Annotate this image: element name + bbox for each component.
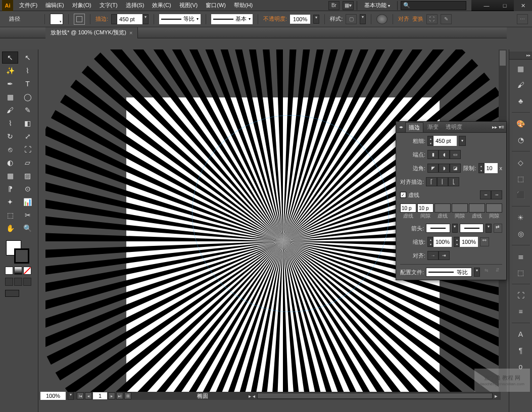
prev-artboard-button[interactable]: ◂ <box>85 392 92 399</box>
recolor-button[interactable] <box>376 14 388 24</box>
panel-icon-graphic-styles[interactable]: ◎ <box>514 227 528 241</box>
brush-combo[interactable]: 基本▾ <box>211 14 253 24</box>
ellipse-tool[interactable]: ◯ <box>20 91 36 103</box>
color-mode-solid[interactable] <box>5 267 13 275</box>
draw-behind[interactable] <box>14 278 22 286</box>
corner-buttons[interactable]: ◤◗◪ <box>427 164 461 173</box>
gradient-tool[interactable]: ▨ <box>20 170 36 182</box>
panel-icon-character[interactable]: A <box>514 327 528 341</box>
arrange-button[interactable]: ▦▾ <box>343 1 354 10</box>
panel-icon-brushes[interactable]: 🖌 <box>514 78 528 92</box>
scale-tool[interactable]: ⤢ <box>20 130 36 142</box>
mesh-tool[interactable]: ▦ <box>2 170 18 182</box>
stroke-profile-combo[interactable]: 等比▾ <box>159 14 201 24</box>
eyedropper-tool[interactable]: ⁋ <box>2 183 18 195</box>
horizontal-scrollbar[interactable] <box>257 393 493 399</box>
stroke-weight-input[interactable]: 450 pt <box>117 14 142 24</box>
dash-2-input[interactable] <box>434 203 451 213</box>
panel-icon-color-guide[interactable]: ▦ <box>514 62 528 76</box>
blob-brush-tool[interactable]: ⌇ <box>2 117 18 129</box>
opacity-input[interactable]: 100% <box>290 15 310 24</box>
gap-1-input[interactable] <box>417 203 433 213</box>
selection-tool[interactable]: ↖ <box>2 52 18 64</box>
opacity-label[interactable]: 不透明度: <box>263 15 287 23</box>
stroke-label[interactable]: 描边: <box>95 15 108 23</box>
eraser-tool[interactable]: ◧ <box>20 117 36 129</box>
last-artboard-button[interactable]: ▸I <box>116 392 123 399</box>
next-artboard-button[interactable]: ▸ <box>108 392 115 399</box>
menu-effect[interactable]: 效果(C) <box>148 2 175 9</box>
profile-select[interactable]: 等比 <box>426 268 472 277</box>
line-tool[interactable]: ▦ <box>2 91 18 103</box>
panel-icon-swatches[interactable]: ◔ <box>514 133 528 147</box>
transform-label[interactable]: 变换 <box>412 15 423 23</box>
dash-1-input[interactable] <box>400 203 416 213</box>
menu-help[interactable]: 帮助(H) <box>230 2 257 9</box>
workspace-switcher[interactable]: 基本功能 ▾ <box>360 2 394 9</box>
slice-tool[interactable]: ✂ <box>20 209 36 221</box>
arrow-scale-2[interactable]: 100% <box>460 237 478 247</box>
fill-stroke-indicator[interactable] <box>2 239 36 264</box>
pen-tool[interactable]: ✒ <box>2 78 18 90</box>
weight-input[interactable]: 450 pt <box>433 136 457 146</box>
panel-menu-button[interactable]: ▸▸ ▾≡ <box>492 124 504 130</box>
type-tool[interactable]: T <box>20 78 36 90</box>
color-mode-gradient[interactable] <box>14 267 22 275</box>
arrow-end-select[interactable] <box>460 224 483 233</box>
pencil-tool[interactable]: ✎ <box>20 104 36 116</box>
fill-swatch[interactable]: ▾ <box>50 14 63 25</box>
color-mode-none[interactable] <box>23 267 31 275</box>
blend-tool[interactable]: ⊙ <box>20 183 36 195</box>
bridge-button[interactable]: Br <box>328 1 340 10</box>
zoom-input[interactable]: 100% <box>40 392 66 400</box>
dash-align-2[interactable]: ┉ <box>491 190 502 199</box>
gap-2-input[interactable] <box>452 203 468 213</box>
stroke-panel[interactable]: ◂▸ 描边 渐变 透明度 ▸▸ ▾≡ 粗细: ▴▾450 pt ▾ 端点: ▮◖… <box>396 121 507 280</box>
panel-tab-stroke[interactable]: 描边 <box>405 122 423 132</box>
dash-3-input[interactable] <box>469 203 485 213</box>
shape-builder-tool[interactable]: ◐ <box>2 157 18 169</box>
close-tab-icon[interactable]: × <box>129 30 132 36</box>
screen-mode-button[interactable] <box>5 290 19 297</box>
rotate-tool[interactable]: ↻ <box>2 130 18 142</box>
control-menu-button[interactable]: ⋯ <box>517 14 528 24</box>
first-artboard-button[interactable]: I◂ <box>77 392 84 399</box>
draw-inside[interactable] <box>23 278 31 286</box>
panel-icon-transparency[interactable]: ⬛ <box>514 188 528 202</box>
limit-input[interactable]: 10 <box>485 163 498 173</box>
width-tool[interactable]: ⎋ <box>2 143 18 156</box>
artboard-tool[interactable]: ⬚ <box>2 209 18 221</box>
align-arrow-buttons[interactable]: →⇥ <box>427 251 450 260</box>
swap-arrows-button[interactable]: ⇄ <box>494 224 502 233</box>
paintbrush-tool[interactable]: 🖌 <box>2 104 18 116</box>
menu-object[interactable]: 对象(O) <box>68 2 95 9</box>
direct-selection-tool[interactable]: ↖ <box>20 52 36 64</box>
panel-icon-gradient[interactable]: ⬚ <box>514 172 528 186</box>
free-transform-tool[interactable]: ⛶ <box>20 143 36 156</box>
weight-dropdown[interactable]: ▾ <box>459 136 466 146</box>
panel-tab-gradient[interactable]: 渐变 <box>424 122 442 132</box>
zoom-tool[interactable]: 🔍 <box>20 222 36 234</box>
stroke-swatch[interactable] <box>74 14 85 25</box>
hand-tool[interactable]: ✋ <box>2 222 18 234</box>
perspective-tool[interactable]: ▱ <box>20 157 36 169</box>
search-input[interactable]: 🔍 <box>401 1 466 10</box>
window-close-button[interactable]: ✕ <box>514 0 532 11</box>
panel-icon-transform[interactable]: ⛶ <box>514 288 528 302</box>
panel-icon-symbols[interactable]: ♣ <box>514 94 528 108</box>
panel-tab-transparency[interactable]: 透明度 <box>443 122 465 132</box>
menu-window[interactable]: 窗口(W) <box>202 2 230 9</box>
menu-file[interactable]: 文件(F) <box>15 2 41 9</box>
link-scale-button[interactable]: ⚯ <box>480 237 489 246</box>
symbol-sprayer-tool[interactable]: ✦ <box>2 196 18 208</box>
style-swatch[interactable]: ▢ <box>346 14 357 24</box>
flip-x-button[interactable]: ⇋ <box>482 268 491 277</box>
menu-type[interactable]: 文字(T) <box>95 2 122 9</box>
edit-button[interactable]: ✎ <box>441 14 452 24</box>
panel-icon-color[interactable]: 🎨 <box>514 117 528 131</box>
panel-icon-paragraph[interactable]: ¶ <box>514 343 528 357</box>
magic-wand-tool[interactable]: ✨ <box>2 65 18 77</box>
document-tab[interactable]: 放射线* @ 100% (CMYK/预览) × <box>45 27 138 38</box>
gap-3-input[interactable] <box>486 203 502 213</box>
lasso-tool[interactable]: ⌇ <box>20 65 36 77</box>
